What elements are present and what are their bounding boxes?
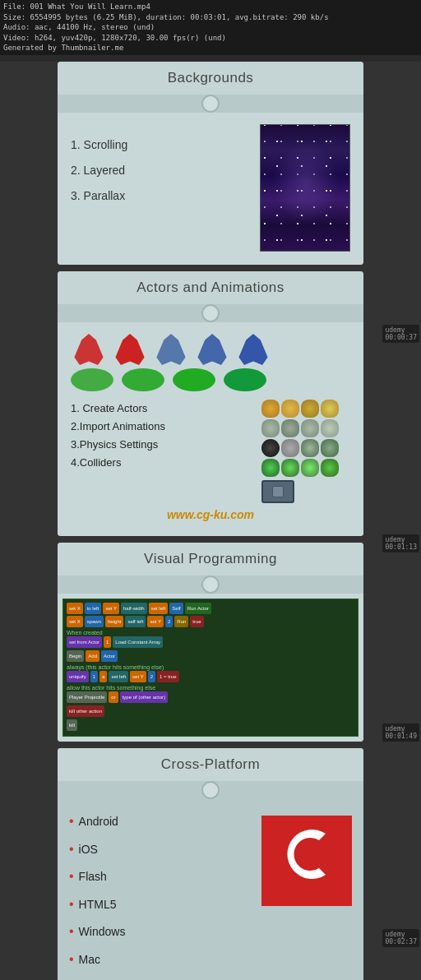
ship-blue-1 <box>153 334 189 365</box>
vp-block-29: Player Projectile <box>67 691 107 703</box>
vp-block-32: kill other action <box>67 705 104 717</box>
crossplatform-card: Cross-Platform Android iOS Flash HTML5 W… <box>58 748 363 980</box>
ship-red-2 <box>112 334 148 365</box>
mechanical-sprite <box>261 480 294 503</box>
construct-logo-letter <box>278 825 335 895</box>
platform-mac: Mac <box>69 945 125 973</box>
actors-content: 1. Create Actors 2.Import Animations 3.P… <box>71 400 350 503</box>
sprite-1 <box>261 400 280 418</box>
backgrounds-item-1: 1. Scrolling <box>71 132 127 158</box>
vp-block-14: Run <box>174 616 188 627</box>
vp-block-8: set X <box>67 616 83 627</box>
sprite-10 <box>281 439 299 457</box>
backgrounds-title: Backgrounds <box>58 62 363 95</box>
ships-row-2 <box>71 368 350 391</box>
vp-block-26: set Y <box>130 671 146 682</box>
sprite-13 <box>261 459 280 477</box>
visual-card: Visual Programming set X to left set Y h… <box>58 543 363 742</box>
udemy-badge-3: udemy 00:01:49 <box>382 723 419 742</box>
actors-title: Actors and Animations <box>58 271 363 304</box>
actors-left: 1. Create Actors 2.Import Animations 3.P… <box>71 400 255 503</box>
udemy-badge-4: udemy 00:02:37 <box>382 929 419 947</box>
vp-row-6: Player Projectile or type of (other acto… <box>67 691 354 703</box>
sprite-7 <box>301 419 319 437</box>
sprite-15 <box>301 459 319 477</box>
visual-title: Visual Programming <box>58 543 363 576</box>
crossplatform-section: Cross-Platform Android iOS Flash HTML5 W… <box>0 748 421 980</box>
vp-screenshot: set X to left set Y half-width set left … <box>62 599 359 737</box>
vp-row-2: set X spawn height self left set Y 2 Run… <box>67 616 354 627</box>
vp-block-3: set Y <box>103 603 119 614</box>
sprite-5 <box>261 419 280 437</box>
crossplatform-title: Cross-Platform <box>58 748 363 781</box>
main-content: Backgrounds 1. Scrolling 2. Layered 3. P… <box>0 62 421 980</box>
platform-android: Android <box>69 807 125 835</box>
actor-item-1: 1. Create Actors <box>71 400 165 418</box>
sprite-14 <box>281 459 299 477</box>
sprite-2 <box>281 400 299 418</box>
vp-block-9: spawn <box>85 616 104 627</box>
platform-flash: Flash <box>69 862 125 890</box>
platform-html5: HTML5 <box>69 890 125 918</box>
backgrounds-circle <box>201 95 220 113</box>
vp-block-24: a <box>99 671 107 682</box>
actors-card: Actors and Animations <box>58 271 363 536</box>
crossplatform-circle <box>201 781 220 799</box>
actors-body: 1. Create Actors 2.Import Animations 3.P… <box>58 322 363 536</box>
construct-c-svg <box>278 825 335 883</box>
backgrounds-list: 1. Scrolling 2. Layered 3. Parallax <box>71 124 127 208</box>
vp-block-10: height <box>105 616 123 627</box>
saucer-3 <box>173 368 215 391</box>
file-info-bar: File: 001 What You Will Learn.mp4 Size: … <box>0 0 421 55</box>
vp-block-1: set X <box>67 603 83 614</box>
actors-right <box>261 400 344 503</box>
vp-block-18: Load Constant Array <box>113 636 163 648</box>
backgrounds-section: Backgrounds 1. Scrolling 2. Layered 3. P… <box>0 62 421 265</box>
vp-block-20: Add <box>86 650 99 662</box>
vp-block-11: self left <box>125 616 146 627</box>
udemy-logo-4: udemy <box>385 931 405 938</box>
vp-row-5: uniquify 1 a set left set Y 2 1 = true <box>67 671 354 682</box>
file-info-line1: File: 001 What You Will Learn.mp4 <box>3 2 418 12</box>
vp-block-28: 1 = true <box>157 671 179 682</box>
sprite-grid <box>261 400 344 477</box>
vp-block-30: or <box>109 691 118 703</box>
vp-block-5: set left <box>149 603 169 614</box>
backgrounds-item-3: 3. Parallax <box>71 183 127 209</box>
vp-block-6: Self <box>169 603 183 614</box>
vp-section-label-3: allow this actor hits something else <box>67 685 354 691</box>
vp-block-17: 1 <box>104 636 111 648</box>
ships-row-1 <box>71 334 350 365</box>
actors-list: 1. Create Actors 2.Import Animations 3.P… <box>71 400 165 472</box>
watermark: www.cg-ku.com <box>71 503 350 523</box>
actors-circle <box>201 304 220 322</box>
udemy-time-4: 00:02:37 <box>385 938 417 945</box>
vp-section-label-2: always (this actor hits something else) <box>67 664 354 670</box>
sprite-12 <box>321 439 339 457</box>
ship-red-1 <box>71 334 107 365</box>
vp-row-3: set from Actor 1 Load Constant Array <box>67 636 354 648</box>
visual-section: Visual Programming set X to left set Y h… <box>0 543 421 742</box>
vp-block-25: set left <box>109 671 128 682</box>
vp-block-21: Actor <box>101 650 118 662</box>
vp-row-8: kill <box>67 719 354 731</box>
vp-block-31: type of (other actor) <box>120 691 168 703</box>
vp-block-13: 2 <box>165 616 173 627</box>
vp-row-7: kill other action <box>67 705 354 717</box>
vp-block-22: uniquify <box>67 671 89 682</box>
backgrounds-body: 1. Scrolling 2. Layered 3. Parallax <box>58 113 363 265</box>
sprite-3 <box>301 400 319 418</box>
file-info-line2: Size: 6554995 bytes (6.25 MiB), duration… <box>3 12 418 23</box>
construct-logo <box>261 816 352 906</box>
sprite-4 <box>321 400 339 418</box>
file-info-line4: Video: h264, yuv420p, 1280x720, 30.00 fp… <box>3 33 418 44</box>
udemy-logo-3: udemy <box>385 725 405 733</box>
vp-block-23: 1 <box>90 671 98 682</box>
platform-windows: Windows <box>69 918 125 945</box>
saucer-1 <box>71 368 113 391</box>
space-image <box>260 124 350 252</box>
actors-section: Actors and Animations <box>0 271 421 536</box>
ship-blue-3 <box>235 334 271 365</box>
vp-block-16: set from Actor <box>67 636 102 648</box>
backgrounds-card: Backgrounds 1. Scrolling 2. Layered 3. P… <box>58 62 363 265</box>
